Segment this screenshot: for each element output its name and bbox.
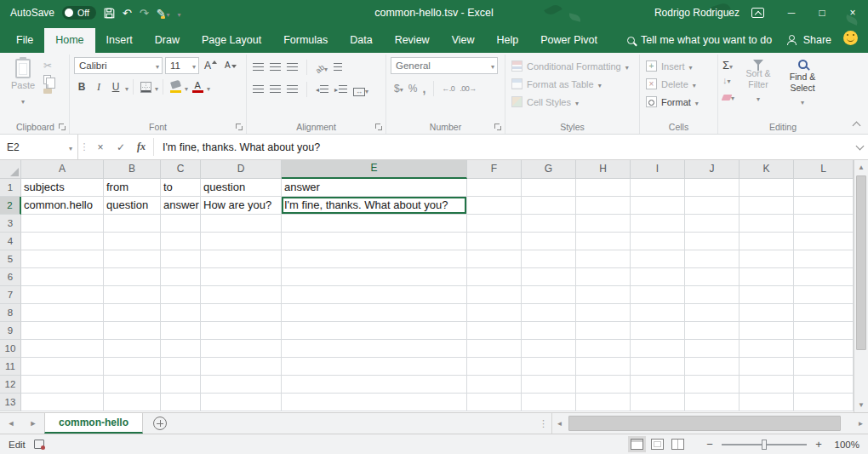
- cell-J12[interactable]: [685, 376, 740, 394]
- cell-H6[interactable]: [576, 268, 631, 286]
- customize-qat-button[interactable]: [178, 8, 181, 19]
- share-button[interactable]: Share: [786, 34, 831, 53]
- scroll-right-arrow[interactable]: ►: [854, 413, 868, 434]
- cell-K5[interactable]: [740, 250, 794, 268]
- cell-D12[interactable]: [201, 376, 282, 394]
- cell-J8[interactable]: [685, 304, 740, 322]
- cell-J2[interactable]: [685, 197, 740, 215]
- cell-C1[interactable]: to: [161, 179, 201, 197]
- cell-B1[interactable]: from: [104, 179, 161, 197]
- row-header-9[interactable]: 9: [0, 322, 21, 340]
- cell-G4[interactable]: [522, 233, 576, 250]
- format-cells-button[interactable]: Format: [644, 93, 714, 111]
- clipboard-dialog-launcher[interactable]: [59, 124, 66, 131]
- cell-C12[interactable]: [161, 376, 201, 394]
- autosum-button[interactable]: Σ: [722, 59, 734, 72]
- cell-L5[interactable]: [794, 250, 854, 268]
- formula-bar-drag-handle[interactable]: ⋮: [78, 135, 90, 159]
- row-header-10[interactable]: 10: [0, 340, 21, 358]
- fill-color-button[interactable]: [168, 78, 183, 95]
- cell-H10[interactable]: [576, 340, 631, 358]
- cell-F4[interactable]: [467, 233, 522, 250]
- decrease-indent-button[interactable]: ◂: [316, 85, 328, 94]
- formula-input[interactable]: I'm fine, thanks. What about you?: [156, 135, 851, 159]
- row-header-4[interactable]: 4: [0, 233, 21, 250]
- tab-file[interactable]: File: [5, 28, 44, 53]
- horizontal-scrollbar[interactable]: ◄ ►: [551, 413, 868, 434]
- cell-H9[interactable]: [576, 322, 631, 340]
- cell-L11[interactable]: [794, 358, 854, 376]
- cell-K10[interactable]: [740, 340, 794, 358]
- tab-formulas[interactable]: Formulas: [272, 28, 339, 53]
- cell-E9[interactable]: [282, 322, 467, 340]
- copy-button[interactable]: [43, 75, 51, 84]
- align-right-button[interactable]: [287, 85, 298, 94]
- cell-D9[interactable]: [201, 322, 282, 340]
- cell-L7[interactable]: [794, 286, 854, 304]
- font-dialog-launcher[interactable]: [236, 124, 243, 131]
- cell-D5[interactable]: [201, 250, 282, 268]
- font-color-button[interactable]: A: [190, 78, 205, 95]
- cell-C10[interactable]: [161, 340, 201, 358]
- cell-F5[interactable]: [467, 250, 522, 268]
- column-header-B[interactable]: B: [104, 160, 161, 179]
- percent-style-button[interactable]: %: [408, 83, 418, 95]
- cell-J1[interactable]: [685, 179, 740, 197]
- vertical-scroll-thumb[interactable]: [856, 175, 866, 350]
- cell-J4[interactable]: [685, 233, 740, 250]
- cell-K4[interactable]: [740, 233, 794, 250]
- cell-J6[interactable]: [685, 268, 740, 286]
- align-center-button[interactable]: [270, 85, 281, 94]
- cell-G9[interactable]: [522, 322, 576, 340]
- column-header-H[interactable]: H: [576, 160, 631, 179]
- tell-me-search[interactable]: Tell me what you want to do: [627, 34, 772, 53]
- cell-J13[interactable]: [685, 394, 740, 411]
- cell-F1[interactable]: [467, 179, 522, 197]
- cell-E2[interactable]: I'm fine, thanks. What about you?: [282, 197, 467, 215]
- feedback-button[interactable]: [831, 31, 868, 53]
- cell-I1[interactable]: [631, 179, 685, 197]
- horizontal-scroll-thumb[interactable]: [568, 416, 841, 431]
- cut-button[interactable]: ✂: [43, 60, 52, 71]
- orientation-button[interactable]: ab: [316, 60, 328, 75]
- cell-J3[interactable]: [685, 215, 740, 233]
- cell-B5[interactable]: [104, 250, 161, 268]
- cell-E13[interactable]: [282, 394, 467, 411]
- row-header-3[interactable]: 3: [0, 215, 21, 233]
- cell-D13[interactable]: [201, 394, 282, 411]
- cell-C4[interactable]: [161, 233, 201, 250]
- undo-button[interactable]: ↶: [123, 8, 132, 19]
- row-header-12[interactable]: 12: [0, 376, 21, 394]
- cell-D2[interactable]: How are you?: [201, 197, 282, 215]
- cell-L4[interactable]: [794, 233, 854, 250]
- cell-C6[interactable]: [161, 268, 201, 286]
- cell-A12[interactable]: [21, 376, 104, 394]
- delete-cells-button[interactable]: Delete: [644, 75, 714, 93]
- column-header-D[interactable]: D: [201, 160, 282, 179]
- cell-L9[interactable]: [794, 322, 854, 340]
- comma-style-button[interactable]: ,: [422, 82, 425, 95]
- tab-help[interactable]: Help: [486, 28, 530, 53]
- cell-A6[interactable]: [21, 268, 104, 286]
- cell-B10[interactable]: [104, 340, 161, 358]
- fill-button[interactable]: ↓: [722, 75, 734, 85]
- normal-view-button[interactable]: [631, 439, 643, 450]
- collapse-ribbon-button[interactable]: [853, 122, 861, 130]
- paste-button[interactable]: Paste: [6, 57, 40, 107]
- cell-I9[interactable]: [631, 322, 685, 340]
- cell-I6[interactable]: [631, 268, 685, 286]
- cell-K9[interactable]: [740, 322, 794, 340]
- minimize-button[interactable]: ─: [776, 0, 807, 26]
- cell-C7[interactable]: [161, 286, 201, 304]
- cell-B3[interactable]: [104, 215, 161, 233]
- cell-H11[interactable]: [576, 358, 631, 376]
- redo-button[interactable]: ↷: [140, 8, 149, 19]
- cell-C3[interactable]: [161, 215, 201, 233]
- cell-C9[interactable]: [161, 322, 201, 340]
- column-header-J[interactable]: J: [685, 160, 740, 179]
- close-button[interactable]: ×: [837, 0, 868, 26]
- cell-L6[interactable]: [794, 268, 854, 286]
- borders-dropdown-arrow[interactable]: [155, 79, 158, 95]
- scroll-left-arrow[interactable]: ◄: [552, 413, 567, 434]
- cell-E8[interactable]: [282, 304, 467, 322]
